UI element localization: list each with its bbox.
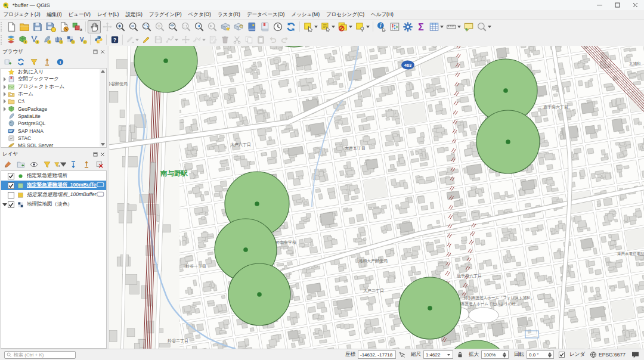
- paste-features-button[interactable]: [255, 34, 267, 45]
- new-virtual-button[interactable]: V: [76, 34, 88, 45]
- statistics-button[interactable]: [388, 20, 401, 33]
- layer-item[interactable]: 指定緊急避難場所_100mBuffer融合: [1, 190, 106, 200]
- spinner-icons[interactable]: [503, 352, 506, 358]
- identify-features-button[interactable]: i: [375, 20, 388, 33]
- redo-button[interactable]: [278, 34, 290, 45]
- menu-item-11[interactable]: ヘルプ(H): [367, 11, 397, 18]
- browser-item[interactable]: STAC: [1, 135, 106, 142]
- layer-checkbox[interactable]: [8, 173, 14, 179]
- temporal-controller-button[interactable]: [271, 20, 284, 33]
- browser-item[interactable]: ホーム: [1, 91, 106, 98]
- show-bookmarks-button[interactable]: [232, 20, 245, 33]
- search-input[interactable]: 検索 (Ctrl + K): [4, 351, 76, 359]
- minimize-button[interactable]: [590, 0, 608, 10]
- browser-item[interactable]: 空間ブックマーク: [1, 76, 106, 83]
- select-by-form-button[interactable]: [354, 20, 371, 33]
- browser-item[interactable]: プロジェクトホーム: [1, 83, 106, 91]
- menu-item-1[interactable]: 編集(I): [44, 11, 65, 18]
- zoom-native-button[interactable]: 1:1: [179, 20, 193, 33]
- delete-selected-button[interactable]: [219, 34, 231, 45]
- refresh-map-button[interactable]: [284, 20, 298, 33]
- search-settings-button[interactable]: [475, 20, 493, 33]
- menu-item-7[interactable]: ラスタ(R): [214, 11, 243, 18]
- toggle-editing-button[interactable]: [140, 34, 152, 45]
- rotation-input[interactable]: 0.0 °: [527, 350, 554, 359]
- float-panel-icon[interactable]: [93, 49, 98, 54]
- processing-toolbox-button[interactable]: [401, 20, 414, 33]
- crs-label[interactable]: EPSG:6677: [599, 352, 626, 358]
- menu-item-6[interactable]: ベクタ(O): [185, 11, 214, 18]
- zoom-last-button[interactable]: [193, 20, 206, 33]
- pan-to-selection-button[interactable]: [101, 20, 114, 33]
- new-mesh-button[interactable]: [52, 34, 64, 45]
- python-console-button[interactable]: [92, 34, 104, 45]
- new-shapefile-button[interactable]: [29, 34, 41, 45]
- filter-funnel-button[interactable]: [27, 57, 40, 67]
- attribute-table-button[interactable]: [428, 20, 445, 33]
- show-statistical-summary-button[interactable]: Σ: [414, 20, 428, 33]
- new-grass-button[interactable]: [64, 34, 76, 45]
- layer-item[interactable]: 指定緊急避難場所: [1, 171, 106, 181]
- zoom-out-button[interactable]: [127, 20, 140, 33]
- vertex-tool-button[interactable]: [191, 34, 207, 45]
- collapse-tree-button[interactable]: [41, 57, 53, 67]
- close-panel-icon[interactable]: [100, 49, 105, 54]
- menu-item-9[interactable]: メッシュ(M): [288, 11, 323, 18]
- new-geopackage-button[interactable]: [17, 34, 29, 45]
- browser-item[interactable]: MS SQL Server: [1, 142, 106, 148]
- browser-item[interactable]: SpatiaLite: [1, 113, 106, 120]
- copy-features-button[interactable]: [243, 34, 255, 45]
- layer-add-button[interactable]: [1, 57, 14, 67]
- layer-indicator-icon[interactable]: [97, 182, 104, 189]
- properties-info-button[interactable]: i: [54, 57, 66, 67]
- select-by-value-button[interactable]: [319, 20, 336, 33]
- zoom-to-selection-button[interactable]: [153, 20, 166, 33]
- extents-toggle-icon[interactable]: [398, 351, 405, 358]
- layer-item[interactable]: 指定緊急避難場所_100mBuffer: [1, 181, 106, 190]
- data-source-manager-button[interactable]: [5, 34, 17, 45]
- bookmark-manager-button[interactable]: [245, 20, 258, 33]
- current-edits-button[interactable]: [125, 34, 140, 45]
- project-new-button[interactable]: [5, 20, 18, 33]
- deselect-all-button[interactable]: [336, 20, 354, 33]
- remove-layer-button[interactable]: [93, 159, 106, 170]
- collapse-all-button[interactable]: [80, 159, 92, 170]
- project-save-button[interactable]: [31, 20, 44, 33]
- layer-styling-button[interactable]: [1, 159, 14, 170]
- map-canvas[interactable]: 463大戸六丁目大戸五丁目浦和大戸郵便局大戸二丁目鹿手袋八丁目鹿手袋六丁目特別養…: [109, 46, 644, 349]
- layer-checkbox[interactable]: [8, 201, 14, 208]
- new-spatialite-button[interactable]: [41, 34, 52, 45]
- expand-all-button[interactable]: [67, 159, 79, 170]
- map-tips-button[interactable]: [462, 20, 475, 33]
- float-panel-icon[interactable]: [93, 152, 98, 157]
- browser-item[interactable]: お気に入り: [1, 69, 106, 76]
- move-feature-button[interactable]: [179, 34, 191, 45]
- layer-indicator-icon[interactable]: [97, 191, 104, 198]
- zoom-in-button[interactable]: [114, 20, 127, 33]
- close-panel-icon[interactable]: [100, 152, 105, 157]
- layer-checkbox[interactable]: [8, 182, 14, 189]
- save-edits-button[interactable]: [152, 34, 164, 45]
- help-contents-button[interactable]: ?: [109, 34, 120, 45]
- spinner-icons[interactable]: [548, 352, 552, 358]
- project-save-as-button[interactable]: [44, 20, 57, 33]
- browser-item[interactable]: GeoPackage: [1, 105, 106, 112]
- filter-expression-dd-button[interactable]: ε: [54, 159, 66, 170]
- menu-item-3[interactable]: レイヤ(L): [94, 11, 122, 18]
- layer-checkbox[interactable]: [8, 192, 14, 198]
- measure-button[interactable]: [445, 20, 462, 33]
- menu-item-4[interactable]: 設定(S): [122, 11, 145, 18]
- undo-button[interactable]: [267, 34, 278, 45]
- coordinate-input[interactable]: -14632, -17718: [358, 350, 396, 359]
- menu-item-2[interactable]: ビュー(V): [65, 11, 94, 18]
- select-features-button[interactable]: [302, 20, 319, 33]
- filter-legend-button[interactable]: [41, 159, 53, 170]
- refresh-blue-button[interactable]: [14, 57, 27, 67]
- style-manager-button[interactable]: a: [70, 20, 83, 33]
- digitize-button[interactable]: [164, 34, 179, 45]
- zoom-full-button[interactable]: [140, 20, 153, 33]
- menu-item-8[interactable]: データベース(D): [243, 11, 288, 18]
- menu-item-5[interactable]: プラグイン(P): [145, 11, 185, 18]
- browser-item[interactable]: C:\: [1, 98, 106, 105]
- add-group-button[interactable]: [14, 159, 27, 170]
